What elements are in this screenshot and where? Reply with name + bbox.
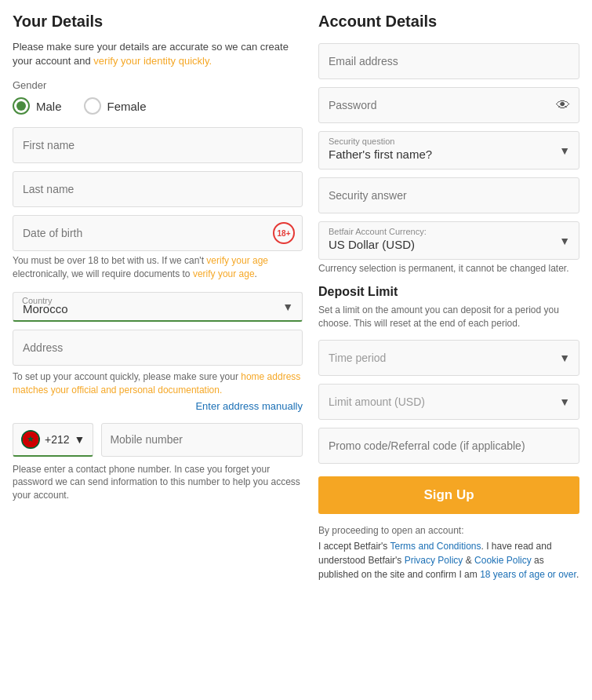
terms-conditions-link[interactable]: Terms and Conditions bbox=[390, 541, 481, 552]
age-warning: You must be over 18 to bet with us. If w… bbox=[13, 254, 303, 281]
password-wrapper: 👁 bbox=[318, 87, 579, 123]
gender-female-radio[interactable] bbox=[84, 97, 101, 115]
gender-male-option[interactable]: Male bbox=[13, 97, 62, 115]
time-period-placeholder: Time period bbox=[329, 352, 386, 364]
security-question-label: Security question bbox=[329, 137, 550, 146]
deposit-limit-title: Deposit Limit bbox=[318, 285, 579, 299]
privacy-policy-link[interactable]: Privacy Policy bbox=[405, 555, 463, 566]
terms-text: I accept Betfair's Terms and Conditions.… bbox=[318, 539, 579, 582]
security-answer-wrapper bbox=[318, 177, 579, 213]
gender-row: Male Female bbox=[13, 97, 303, 115]
cookie-policy-link[interactable]: Cookie Policy bbox=[474, 555, 532, 566]
phone-note: Please enter a contact phone number. In … bbox=[13, 463, 303, 502]
age-badge: 18+ bbox=[273, 222, 295, 244]
security-answer-input[interactable] bbox=[318, 177, 579, 213]
enter-manually-link[interactable]: Enter address manually bbox=[13, 400, 303, 412]
time-period-select[interactable]: Time period bbox=[318, 340, 579, 376]
gender-label: Gender bbox=[13, 79, 303, 91]
verify-docs-link[interactable]: verify your age bbox=[193, 268, 255, 279]
country-label: Country bbox=[22, 296, 53, 305]
country-select[interactable]: Morocco bbox=[13, 292, 303, 322]
flag-star: ★ bbox=[27, 434, 35, 444]
phone-row: ★ +212 ▼ bbox=[13, 423, 303, 457]
limit-amount-placeholder: Limit amount (USD) bbox=[329, 396, 425, 408]
gender-male-radio[interactable] bbox=[13, 97, 30, 115]
left-panel: Your Details Please make sure your detai… bbox=[13, 13, 303, 582]
gender-male-indicator bbox=[16, 101, 26, 111]
security-question-wrapper: Security question Father's first name? ▼ bbox=[318, 131, 579, 170]
mobile-number-input[interactable] bbox=[101, 423, 303, 457]
phone-country-chevron: ▼ bbox=[74, 433, 85, 446]
country-select-wrapper: Country Morocco ▼ bbox=[13, 292, 303, 322]
phone-country-selector[interactable]: ★ +212 ▼ bbox=[13, 423, 93, 457]
dob-wrapper: 18+ bbox=[13, 215, 303, 251]
account-details-title: Account Details bbox=[318, 13, 579, 31]
gender-male-label: Male bbox=[36, 100, 62, 113]
currency-wrapper: Betfair Account Currency: US Dollar (USD… bbox=[318, 221, 579, 260]
security-question-value: Father's first name? bbox=[329, 148, 550, 161]
limit-amount-wrapper: Limit amount (USD) ▼ bbox=[318, 384, 579, 420]
time-period-wrapper: Time period ▼ bbox=[318, 340, 579, 376]
right-panel: Account Details 👁 Security question Fath… bbox=[318, 13, 579, 582]
limit-amount-chevron-icon: ▼ bbox=[559, 396, 570, 408]
signup-button[interactable]: Sign Up bbox=[318, 476, 579, 514]
home-address-link[interactable]: home address matches your official and p… bbox=[13, 371, 300, 396]
morocco-flag: ★ bbox=[21, 430, 40, 449]
phone-code: +212 bbox=[45, 433, 70, 446]
first-name-input[interactable] bbox=[13, 127, 303, 163]
deposit-limit-desc: Set a limit on the amount you can deposi… bbox=[318, 304, 579, 330]
currency-label: Betfair Account Currency: bbox=[329, 227, 550, 236]
limit-amount-select[interactable]: Limit amount (USD) bbox=[318, 384, 579, 420]
email-wrapper bbox=[318, 43, 579, 79]
dob-input[interactable] bbox=[13, 215, 303, 251]
password-input[interactable] bbox=[318, 87, 579, 123]
currency-select[interactable]: Betfair Account Currency: US Dollar (USD… bbox=[318, 221, 579, 260]
your-details-subtitle: Please make sure your details are accura… bbox=[13, 40, 303, 68]
promo-code-input[interactable] bbox=[318, 428, 579, 464]
age-confirm-link[interactable]: 18 years of age or over bbox=[480, 569, 576, 580]
password-toggle-icon[interactable]: 👁 bbox=[556, 97, 570, 114]
verify-link[interactable]: verify your identity quickly. bbox=[93, 55, 212, 67]
address-sub: To set up your account quickly, please m… bbox=[13, 370, 303, 397]
your-details-title: Your Details bbox=[13, 13, 303, 31]
currency-note: Currency selection is permanent, it cann… bbox=[318, 263, 579, 274]
email-input[interactable] bbox=[318, 43, 579, 79]
currency-value: US Dollar (USD) bbox=[329, 238, 550, 251]
address-input[interactable] bbox=[13, 330, 303, 366]
terms-proceeding: By proceeding to open an account: bbox=[318, 525, 579, 536]
gender-female-label: Female bbox=[107, 100, 147, 113]
time-period-chevron-icon: ▼ bbox=[559, 352, 570, 364]
security-question-select[interactable]: Security question Father's first name? bbox=[318, 131, 579, 170]
gender-female-option[interactable]: Female bbox=[84, 97, 147, 115]
verify-age-link[interactable]: verify your age bbox=[206, 255, 268, 266]
last-name-input[interactable] bbox=[13, 171, 303, 207]
